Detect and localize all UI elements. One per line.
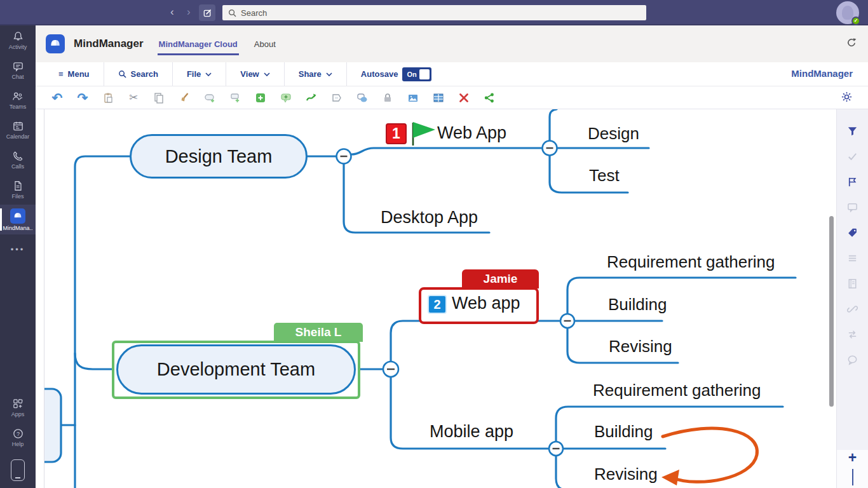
priority-2-badge[interactable]: 2 — [428, 295, 447, 314]
resource-tag-sheila[interactable]: Sheila L — [274, 323, 363, 342]
branch-wa-req — [567, 278, 796, 314]
resource-tag-jamie[interactable]: Jamie — [462, 269, 539, 288]
notes-icon[interactable] — [837, 271, 868, 296]
new-topic-icon[interactable] — [253, 90, 268, 105]
sidebar-item-calendar[interactable]: Calendar — [0, 115, 36, 145]
search-icon — [118, 70, 126, 78]
topic-revising-2[interactable]: Revising — [594, 464, 658, 484]
callout-icon[interactable] — [278, 90, 294, 105]
sidebar-item-mindmanager[interactable]: MindMana.. — [0, 205, 36, 234]
more-icon: ••• — [11, 245, 25, 254]
topic-requirement-gathering-2[interactable]: Requirement gathering — [593, 381, 761, 400]
map-canvas[interactable]: Design Team 1 Web App Design Test Deskto… — [36, 109, 836, 488]
sidebar-item-activity[interactable]: Activity — [0, 25, 36, 55]
boundary-icon[interactable] — [329, 90, 344, 105]
file-menu[interactable]: File — [173, 62, 226, 86]
icon-toolbar: ↶ ↷ ✂ — [36, 86, 868, 109]
relationship-arrow[interactable] — [661, 428, 757, 485]
mobile-device-icon — [11, 459, 25, 481]
search-button[interactable]: Search — [104, 62, 173, 86]
topic-building-2[interactable]: Building — [594, 422, 653, 442]
filter-icon[interactable] — [837, 118, 868, 144]
list-icon[interactable] — [837, 245, 868, 271]
sidebar-item-device[interactable] — [0, 452, 36, 488]
chat-bubble-icon[interactable] — [837, 347, 868, 372]
zoom-in-button[interactable]: + — [848, 450, 857, 465]
sidebar-item-teams[interactable]: Teams — [0, 85, 36, 115]
redo-icon[interactable]: ↷ — [75, 90, 90, 105]
share-map-icon[interactable] — [482, 90, 497, 105]
collapse-toggle-webapp1[interactable] — [543, 141, 557, 156]
topic-web-app-1[interactable]: Web App — [437, 123, 506, 143]
sidebar-item-calls[interactable]: Calls — [0, 145, 36, 175]
avatar-silhouette — [842, 6, 853, 20]
topic-design[interactable]: Design — [588, 124, 639, 144]
sidebar-item-help[interactable]: ? Help — [0, 423, 36, 452]
topic-building-1[interactable]: Building — [608, 295, 667, 315]
priority-1-badge[interactable]: 1 — [386, 123, 407, 144]
topic-test[interactable]: Test — [589, 166, 620, 186]
autosave-toggle[interactable]: On — [402, 67, 431, 81]
sidebar-item-apps[interactable]: Apps — [0, 393, 36, 423]
collapse-toggle-devteam[interactable] — [383, 362, 398, 377]
sidebar-item-chat[interactable]: Chat — [0, 55, 36, 85]
format-painter-icon[interactable] — [177, 90, 192, 105]
paste-icon[interactable] — [100, 90, 116, 105]
flag-icon[interactable] — [837, 169, 868, 194]
topic-development-team[interactable]: Development Team — [116, 344, 356, 395]
mindmanager-logo-icon — [46, 34, 65, 53]
table-icon[interactable] — [431, 90, 446, 105]
image-icon[interactable] — [405, 90, 421, 105]
shapes-icon[interactable] — [355, 90, 370, 105]
search-input[interactable]: Search — [222, 5, 646, 20]
collapse-toggle-designteam[interactable] — [337, 149, 351, 164]
help-icon: ? — [12, 428, 24, 440]
compose-icon[interactable] — [199, 4, 215, 21]
search-icon — [228, 9, 236, 17]
send-arrows-icon[interactable] — [837, 322, 868, 347]
topic-mobile-app[interactable]: Mobile app — [430, 422, 513, 442]
forward-icon[interactable]: › — [187, 6, 191, 18]
sidebar-spacer — [0, 264, 36, 393]
topic-revising-1[interactable]: Revising — [609, 337, 672, 356]
collapse-toggle-webapp2[interactable] — [560, 314, 574, 328]
topic-desktop-app[interactable]: Desktop App — [381, 208, 478, 227]
add-topic-icon[interactable] — [202, 90, 217, 105]
sidebar-item-more[interactable]: ••• — [0, 234, 36, 264]
lock-icon[interactable] — [380, 90, 395, 105]
copy-icon[interactable] — [151, 90, 166, 105]
sidebar-item-files[interactable]: Files — [0, 175, 36, 205]
comment-icon[interactable] — [837, 194, 868, 220]
menu-button[interactable]: ≡ Menu — [44, 62, 104, 86]
green-flag-icon — [413, 122, 435, 146]
right-tool-rail: + — [836, 109, 868, 488]
tab-mindmanager-cloud[interactable]: MindManager Cloud — [158, 33, 239, 55]
avatar[interactable]: ✓ — [836, 1, 859, 24]
topic-web-app-2[interactable]: Web app — [452, 294, 520, 313]
undo-icon[interactable]: ↶ — [50, 90, 65, 105]
back-icon[interactable]: ‹ — [170, 6, 174, 18]
branch-devteam-in — [75, 353, 112, 369]
add-subtopic-icon[interactable] — [227, 90, 243, 105]
topic-requirement-gathering-1[interactable]: Requirement gathering — [607, 252, 775, 272]
chevron-down-icon — [205, 72, 212, 76]
check-icon[interactable] — [837, 144, 868, 169]
cut-icon[interactable]: ✂ — [126, 90, 141, 105]
link-icon[interactable] — [837, 296, 868, 322]
delete-icon[interactable] — [456, 90, 471, 105]
tag-icon[interactable] — [837, 220, 868, 245]
tab-about[interactable]: About — [253, 33, 277, 55]
bell-icon — [12, 30, 24, 43]
search-placeholder: Search — [241, 8, 267, 18]
calendar-icon — [12, 120, 24, 132]
topic-design-team[interactable]: Design Team — [130, 134, 308, 179]
view-menu[interactable]: View — [226, 62, 284, 86]
collapse-toggle-mobileapp[interactable] — [549, 442, 563, 456]
settings-gear-icon[interactable] — [841, 91, 853, 105]
zoom-slider[interactable] — [852, 469, 853, 485]
share-menu[interactable]: Share — [285, 62, 347, 86]
relationship-icon[interactable] — [304, 90, 319, 105]
vertical-scrollbar[interactable] — [829, 216, 834, 407]
refresh-icon[interactable] — [846, 37, 857, 50]
mindmanager-logo-icon — [10, 208, 25, 224]
